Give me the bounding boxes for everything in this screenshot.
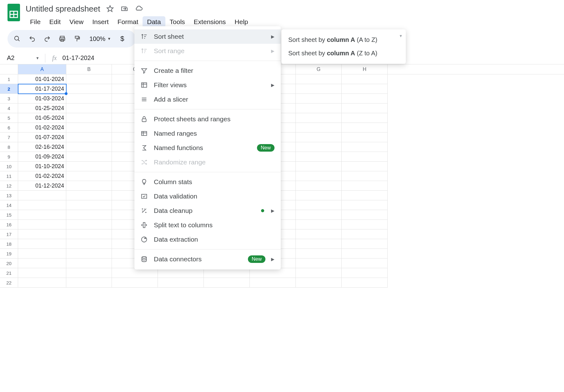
menu-item-sort-sheet[interactable]: Sort sheet▶: [134, 29, 281, 44]
cell[interactable]: 01-10-2024: [18, 162, 66, 171]
cell[interactable]: [18, 191, 66, 200]
cell[interactable]: [296, 200, 342, 210]
menu-item-protect-sheets-and-ranges[interactable]: Protect sheets and ranges: [134, 112, 281, 126]
cell[interactable]: [66, 181, 112, 191]
print-icon[interactable]: [58, 35, 66, 43]
row-header[interactable]: 6: [0, 123, 18, 133]
cell[interactable]: 01-01-2024: [18, 74, 66, 84]
cell[interactable]: [112, 268, 158, 278]
row-header[interactable]: 18: [0, 239, 18, 249]
cell[interactable]: [296, 229, 342, 239]
cell[interactable]: [296, 123, 342, 133]
cell[interactable]: [66, 259, 112, 268]
cell[interactable]: [296, 239, 342, 249]
star-icon[interactable]: [106, 4, 114, 13]
row-header[interactable]: 19: [0, 249, 18, 259]
cell[interactable]: [296, 259, 342, 268]
cell[interactable]: [342, 133, 388, 142]
sheets-logo[interactable]: [6, 3, 21, 23]
cell[interactable]: [204, 278, 250, 288]
cell[interactable]: [66, 200, 112, 210]
cell[interactable]: 01-05-2024: [18, 113, 66, 123]
redo-icon[interactable]: [43, 35, 51, 43]
menu-item-column-stats[interactable]: Column stats: [134, 175, 281, 189]
menu-help[interactable]: Help: [230, 16, 252, 28]
caret-down-icon[interactable]: ▼: [399, 34, 403, 38]
cell[interactable]: 02-16-2024: [18, 142, 66, 152]
cell[interactable]: [342, 74, 388, 84]
cell[interactable]: [66, 278, 112, 288]
cell[interactable]: [296, 268, 342, 278]
cell[interactable]: 01-25-2024: [18, 103, 66, 113]
cell[interactable]: [66, 171, 112, 181]
column-header[interactable]: H: [342, 64, 388, 74]
menu-edit[interactable]: Edit: [45, 16, 65, 28]
menu-item-split-text-to-columns[interactable]: Split text to columns: [134, 218, 281, 232]
row-header[interactable]: 17: [0, 229, 18, 239]
cell[interactable]: [342, 142, 388, 152]
cell[interactable]: [342, 113, 388, 123]
cell[interactable]: [342, 278, 388, 288]
cell[interactable]: [66, 142, 112, 152]
formula-bar-value[interactable]: 01-17-2024: [62, 54, 94, 62]
row-header[interactable]: 5: [0, 113, 18, 123]
row-header[interactable]: 15: [0, 210, 18, 220]
cell[interactable]: 01-03-2024: [18, 94, 66, 103]
row-header[interactable]: 22: [0, 278, 18, 288]
cell[interactable]: [18, 229, 66, 239]
cell[interactable]: [66, 84, 112, 94]
cell[interactable]: [66, 123, 112, 133]
row-header[interactable]: 21: [0, 268, 18, 278]
cell[interactable]: [296, 84, 342, 94]
cell[interactable]: [66, 152, 112, 162]
menu-item-create-a-filter[interactable]: Create a filter: [134, 63, 281, 78]
row-header[interactable]: 8: [0, 142, 18, 152]
cell[interactable]: [342, 171, 388, 181]
menu-item-named-functions[interactable]: Named functionsNew: [134, 141, 281, 155]
cell[interactable]: [296, 142, 342, 152]
undo-icon[interactable]: [28, 35, 36, 43]
cell[interactable]: [342, 200, 388, 210]
cell[interactable]: 01-02-2024: [18, 171, 66, 181]
move-icon[interactable]: [120, 4, 129, 13]
menu-tools[interactable]: Tools: [165, 16, 189, 28]
menu-extensions[interactable]: Extensions: [189, 16, 230, 28]
cell[interactable]: 01-02-2024: [18, 123, 66, 133]
cell[interactable]: [296, 133, 342, 142]
row-header[interactable]: 14: [0, 200, 18, 210]
row-header[interactable]: 10: [0, 162, 18, 171]
cell[interactable]: [342, 268, 388, 278]
cell[interactable]: [342, 94, 388, 103]
cell[interactable]: [158, 268, 204, 278]
search-icon[interactable]: [13, 35, 21, 43]
menu-item-filter-views[interactable]: Filter views▶: [134, 78, 281, 92]
cell[interactable]: [66, 113, 112, 123]
cell[interactable]: [18, 268, 66, 278]
row-header[interactable]: 16: [0, 220, 18, 229]
sort-sheet-z-to-a[interactable]: Sort sheet by column A (Z to A): [281, 47, 406, 60]
cell[interactable]: [18, 278, 66, 288]
menu-item-data-extraction[interactable]: Data extraction: [134, 232, 281, 247]
cloud-status-icon[interactable]: [134, 4, 143, 13]
cell[interactable]: [342, 249, 388, 259]
cell[interactable]: [342, 181, 388, 191]
cell[interactable]: [296, 210, 342, 220]
row-header[interactable]: 1: [0, 74, 18, 84]
cell[interactable]: [158, 278, 204, 288]
cell[interactable]: [204, 268, 250, 278]
zoom-dropdown[interactable]: 100%▼: [89, 35, 111, 43]
cell[interactable]: 01-09-2024: [18, 152, 66, 162]
cell[interactable]: [18, 239, 66, 249]
cell[interactable]: [66, 191, 112, 200]
cell[interactable]: 01-12-2024: [18, 181, 66, 191]
cell[interactable]: [342, 84, 388, 94]
row-header[interactable]: 9: [0, 152, 18, 162]
cell[interactable]: [66, 268, 112, 278]
cell[interactable]: [18, 200, 66, 210]
cell[interactable]: [296, 113, 342, 123]
cell[interactable]: [66, 229, 112, 239]
cell[interactable]: [66, 103, 112, 113]
cell[interactable]: [342, 210, 388, 220]
menu-format[interactable]: Format: [113, 16, 143, 28]
cell[interactable]: [18, 220, 66, 229]
